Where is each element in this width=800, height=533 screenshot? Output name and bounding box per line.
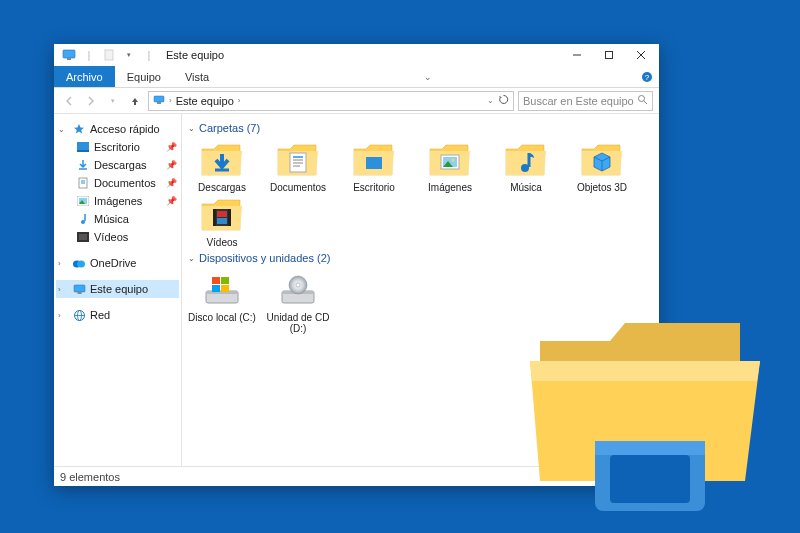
folder-icon bbox=[350, 140, 398, 180]
chevron-right-icon: › bbox=[58, 259, 68, 268]
nav-recent-button[interactable]: ▾ bbox=[104, 92, 122, 110]
folder-icon bbox=[274, 140, 322, 180]
qat-doc-icon[interactable] bbox=[100, 47, 118, 63]
folder-escritorio[interactable]: Escritorio bbox=[338, 140, 410, 193]
svg-rect-10 bbox=[157, 102, 161, 104]
pin-icon: 📌 bbox=[166, 142, 177, 152]
sidebar-quick-access[interactable]: ⌄ Acceso rápido bbox=[56, 120, 179, 138]
onedrive-icon bbox=[72, 256, 86, 270]
svg-point-44 bbox=[521, 164, 529, 172]
quick-access-toolbar: | ▾ | bbox=[56, 47, 158, 63]
app-icon bbox=[60, 47, 78, 63]
svg-text:?: ? bbox=[645, 73, 650, 82]
svg-rect-2 bbox=[105, 50, 113, 60]
drive-icon bbox=[198, 270, 246, 310]
pin-icon: 📌 bbox=[166, 160, 177, 170]
folder-descargas[interactable]: Descargas bbox=[186, 140, 258, 193]
qat-sep-icon: | bbox=[80, 47, 98, 63]
svg-rect-4 bbox=[606, 52, 613, 59]
nav-back-button[interactable] bbox=[60, 92, 78, 110]
close-button[interactable] bbox=[625, 44, 657, 66]
documents-icon bbox=[76, 176, 90, 190]
nav-up-button[interactable] bbox=[126, 92, 144, 110]
sidebar-this-pc[interactable]: › Este equipo bbox=[56, 280, 179, 298]
desktop-icon bbox=[76, 140, 90, 154]
chevron-right-icon: › bbox=[169, 96, 172, 105]
svg-rect-51 bbox=[217, 218, 227, 224]
folder-icon bbox=[198, 195, 246, 235]
svg-line-12 bbox=[644, 101, 647, 104]
nav-forward-button[interactable] bbox=[82, 92, 100, 110]
folder-icon bbox=[578, 140, 626, 180]
help-icon[interactable]: ? bbox=[635, 66, 659, 87]
maximize-button[interactable] bbox=[593, 44, 625, 66]
search-placeholder: Buscar en Este equipo bbox=[523, 95, 634, 107]
ribbon-toggle-icon[interactable]: ⌄ bbox=[416, 66, 440, 87]
sidebar-item-documentos[interactable]: Documentos 📌 bbox=[56, 174, 179, 192]
folder-imagenes[interactable]: Imágenes bbox=[414, 140, 486, 193]
sidebar-item-imagenes[interactable]: Imágenes 📌 bbox=[56, 192, 179, 210]
sidebar-item-escritorio[interactable]: Escritorio 📌 bbox=[56, 138, 179, 156]
pc-icon bbox=[72, 282, 86, 296]
sidebar-network[interactable]: › Red bbox=[56, 306, 179, 324]
status-item-count: 9 elementos bbox=[60, 471, 120, 483]
breadcrumb-thispc[interactable]: Este equipo bbox=[176, 95, 234, 107]
folder-icon bbox=[198, 140, 246, 180]
svg-rect-56 bbox=[221, 277, 229, 284]
pin-icon: 📌 bbox=[166, 178, 177, 188]
file-explorer-logo bbox=[510, 281, 780, 521]
svg-rect-15 bbox=[77, 150, 89, 152]
breadcrumb-pc-icon bbox=[153, 95, 165, 107]
svg-rect-0 bbox=[63, 50, 75, 58]
navigation-bar: ▾ › Este equipo › ⌄ Buscar en Este equip… bbox=[54, 88, 659, 114]
sidebar-onedrive[interactable]: › OneDrive bbox=[56, 254, 179, 272]
svg-point-62 bbox=[296, 283, 300, 287]
qat-sep2-icon: | bbox=[140, 47, 158, 63]
titlebar: | ▾ | Este equipo bbox=[54, 44, 659, 66]
svg-rect-39 bbox=[366, 157, 382, 169]
refresh-icon[interactable] bbox=[498, 94, 509, 107]
chevron-right-icon: › bbox=[238, 96, 241, 105]
sidebar-item-videos[interactable]: Vídeos bbox=[56, 228, 179, 246]
svg-rect-65 bbox=[610, 455, 690, 503]
folder-documentos[interactable]: Documentos bbox=[262, 140, 334, 193]
drive-cd-d[interactable]: Unidad de CD (D:) bbox=[262, 270, 334, 334]
pin-icon: 📌 bbox=[166, 196, 177, 206]
sidebar-item-descargas[interactable]: Descargas 📌 bbox=[56, 156, 179, 174]
svg-rect-14 bbox=[77, 142, 89, 150]
search-icon bbox=[637, 94, 648, 107]
chevron-right-icon: › bbox=[58, 311, 68, 320]
svg-rect-50 bbox=[217, 211, 227, 217]
sidebar-item-musica[interactable]: Música bbox=[56, 210, 179, 228]
chevron-down-icon: ⌄ bbox=[58, 125, 68, 134]
section-folders-header[interactable]: ⌄ Carpetas (7) bbox=[188, 122, 651, 134]
section-drives-header[interactable]: ⌄ Dispositivos y unidades (2) bbox=[188, 252, 651, 264]
qat-dropdown-icon[interactable]: ▾ bbox=[120, 47, 138, 63]
svg-rect-48 bbox=[213, 209, 216, 226]
svg-rect-64 bbox=[595, 441, 705, 455]
pictures-icon bbox=[76, 194, 90, 208]
navigation-pane: ⌄ Acceso rápido Escritorio 📌 Descargas 📌 bbox=[54, 114, 182, 466]
svg-rect-49 bbox=[228, 209, 231, 226]
drive-local-c[interactable]: Disco local (C:) bbox=[186, 270, 258, 334]
chevron-down-icon[interactable]: ⌄ bbox=[487, 96, 494, 105]
downloads-icon bbox=[76, 158, 90, 172]
svg-rect-1 bbox=[67, 58, 71, 60]
chevron-right-icon: › bbox=[58, 285, 68, 294]
tab-equipo[interactable]: Equipo bbox=[115, 66, 173, 87]
network-icon bbox=[72, 308, 86, 322]
chevron-down-icon: ⌄ bbox=[188, 254, 195, 263]
tab-vista[interactable]: Vista bbox=[173, 66, 221, 87]
cd-drive-icon bbox=[274, 270, 322, 310]
tab-file[interactable]: Archivo bbox=[54, 66, 115, 87]
svg-rect-28 bbox=[74, 285, 85, 292]
address-bar[interactable]: › Este equipo › ⌄ bbox=[148, 91, 514, 111]
folder-videos[interactable]: Vídeos bbox=[186, 195, 258, 248]
svg-rect-25 bbox=[79, 234, 87, 240]
minimize-button[interactable] bbox=[561, 44, 593, 66]
search-input[interactable]: Buscar en Este equipo bbox=[518, 91, 653, 111]
folder-musica[interactable]: Música bbox=[490, 140, 562, 193]
star-icon bbox=[72, 122, 86, 136]
svg-rect-58 bbox=[221, 285, 229, 292]
folder-objetos3d[interactable]: Objetos 3D bbox=[566, 140, 638, 193]
